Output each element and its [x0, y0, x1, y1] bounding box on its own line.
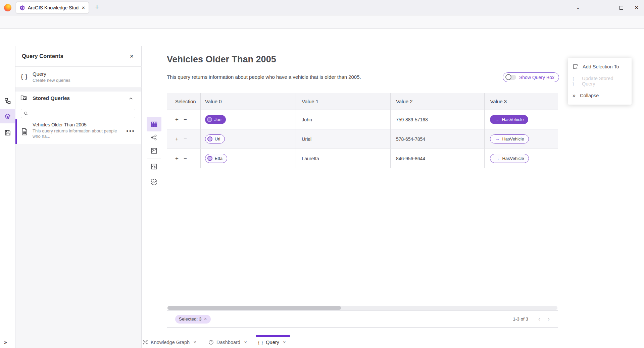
tab-close-icon[interactable]: ✕ [193, 340, 196, 345]
table-view-button[interactable] [147, 117, 161, 131]
map-view-button[interactable] [147, 144, 161, 158]
show-query-box-toggle[interactable]: Show Query Box [503, 72, 559, 82]
column-header-selection[interactable]: Selection [167, 93, 201, 110]
relationship-pill[interactable]: → HasVehicle [490, 154, 529, 163]
toggle-track[interactable] [506, 75, 516, 80]
value-cell[interactable]: John [296, 110, 391, 129]
show-query-box-label: Show Query Box [519, 75, 554, 80]
new-tab-button[interactable]: + [95, 3, 99, 11]
pagination-range: 1-3 of 3 [513, 316, 528, 322]
add-to-map-button[interactable] [147, 160, 161, 173]
tab-label: Query [266, 340, 279, 345]
node-dot-icon [207, 156, 212, 161]
browser-tab[interactable]: ArcGIS Knowledge Studio ✕ [16, 2, 89, 13]
screen: ArcGIS Knowledge Studio ✕ + ⌄ ✕ ← → http… [0, 0, 644, 348]
relationship-pill[interactable]: → HasVehicle [490, 115, 528, 124]
pagination-prev-button[interactable]: ‹ [538, 315, 540, 323]
stored-query-item[interactable]: Vehicles Older Than 2005 This query retu… [15, 119, 141, 144]
query-list-item[interactable]: { } Query Create new queries [15, 67, 141, 88]
table-footer: Selected: 3 ✕ 1-3 of 3 ‹ › [167, 310, 558, 327]
node-cell: Etta [201, 149, 296, 168]
remove-selection-button[interactable]: − [184, 136, 187, 142]
panel-title: Query Contents [22, 53, 63, 59]
knowledge-graph-icon [143, 340, 148, 345]
relationship-label: HasVehicle [502, 117, 524, 122]
horizontal-scrollbar[interactable] [167, 306, 557, 310]
list-tabs-chevron-icon[interactable]: ⌄ [576, 4, 580, 10]
menu-item-label: Update Stored Query [582, 76, 627, 86]
arcgis-favicon [19, 5, 25, 11]
table-icon [151, 121, 158, 128]
menu-item-add-selection-to[interactable]: Add Selection To [568, 59, 632, 74]
relationship-pill[interactable]: → HasVehicle [490, 134, 529, 143]
tab-query[interactable]: { } Query ✕ [258, 336, 286, 348]
tab-close-icon[interactable]: ✕ [82, 5, 85, 10]
value-cell[interactable]: 846-956-8644 [391, 149, 485, 168]
column-header-value1[interactable]: Value 1 [296, 93, 391, 110]
window-maximize-button[interactable] [614, 0, 628, 15]
sitemap-icon [4, 98, 11, 104]
value-cell[interactable]: 578-654-7854 [391, 129, 485, 149]
selection-map-button[interactable] [147, 175, 161, 189]
add-selection-button[interactable]: + [175, 136, 179, 142]
item-options-button[interactable]: ●●● [126, 129, 135, 133]
collapse-section-chevron-icon[interactable] [129, 97, 133, 100]
tab-close-icon[interactable]: ✕ [283, 340, 286, 345]
node-pill[interactable]: Joe [205, 115, 226, 124]
remove-selection-button[interactable]: − [184, 155, 187, 162]
add-selection-button[interactable]: + [175, 155, 179, 162]
scrollbar-thumb[interactable] [167, 306, 341, 310]
menu-item-collapse[interactable]: » Collapse [568, 88, 632, 103]
tab-dashboard[interactable]: Dashboard ✕ [208, 336, 247, 348]
search-input[interactable] [31, 111, 132, 116]
remove-selection-button[interactable]: − [184, 116, 187, 123]
page-title: Vehicles Older Than 2005 [167, 54, 276, 65]
add-selection-button[interactable]: + [175, 116, 179, 123]
stored-query-file-icon [21, 128, 28, 135]
tab-close-icon[interactable]: ✕ [244, 340, 247, 345]
link-chart-icon [151, 134, 157, 141]
sidebar-item-contents[interactable] [0, 109, 15, 123]
expand-panel-button[interactable]: » [4, 339, 7, 345]
stored-queries-title: Stored Queries [33, 95, 70, 101]
clear-selection-icon[interactable]: ✕ [204, 317, 207, 321]
relationship-cell: → HasVehicle [485, 129, 558, 149]
selection-cell: + − [167, 129, 201, 149]
node-pill[interactable]: Etta [205, 154, 227, 163]
close-icon: ✕ [635, 5, 639, 11]
table-row: + − Uri Uriel 578-654-7854 → HasVehicle [167, 129, 558, 149]
minimize-icon [604, 8, 608, 8]
panel-close-button[interactable]: ✕ [130, 53, 134, 59]
value-cell[interactable]: Lauretta [296, 149, 391, 168]
window-minimize-button[interactable] [599, 0, 612, 15]
relationship-cell: → HasVehicle [485, 110, 558, 129]
menu-item-update-stored-query[interactable]: { } Update Stored Query [568, 74, 632, 88]
braces-icon: { } [258, 340, 263, 345]
table-row: + − Etta Lauretta 846-956-8644 → HasVehi… [167, 149, 558, 168]
firefox-icon[interactable] [4, 4, 11, 11]
value-cell[interactable]: Uriel [296, 129, 391, 149]
tab-knowledge-graph[interactable]: Knowledge Graph ✕ [143, 336, 196, 348]
link-chart-view-button[interactable] [147, 131, 161, 144]
selected-count-badge[interactable]: Selected: 3 ✕ [175, 315, 211, 324]
content-tab-bar: Knowledge Graph ✕ Dashboard ✕ { } Query … [142, 336, 644, 348]
node-pill[interactable]: Uri [205, 134, 225, 143]
pagination-next-button[interactable]: › [548, 315, 550, 323]
window-close-button[interactable]: ✕ [630, 0, 643, 15]
arrow-right-icon: → [495, 117, 499, 122]
main-pane: Vehicles Older Than 2005 This query retu… [142, 46, 644, 336]
stored-queries-search[interactable] [21, 109, 135, 118]
sidebar-item-save[interactable] [0, 127, 15, 139]
column-header-value3[interactable]: Value 3 [485, 93, 558, 110]
value-cell[interactable]: 759-889-57168 [391, 110, 485, 129]
panel-empty-area [15, 144, 141, 348]
query-contents-panel: Query Contents ✕ { } Query Create new qu… [15, 46, 142, 348]
browser-tab-title: ArcGIS Knowledge Studio [28, 5, 79, 10]
node-dot-icon [207, 136, 212, 141]
column-header-value2[interactable]: Value 2 [391, 93, 485, 110]
stored-queries-header[interactable] [20, 94, 27, 101]
stored-queries-folder-icon [20, 94, 27, 101]
sidebar-item-model[interactable] [0, 95, 15, 107]
column-header-value0[interactable]: Value 0 [201, 93, 296, 110]
query-item-title: Query [33, 71, 46, 77]
